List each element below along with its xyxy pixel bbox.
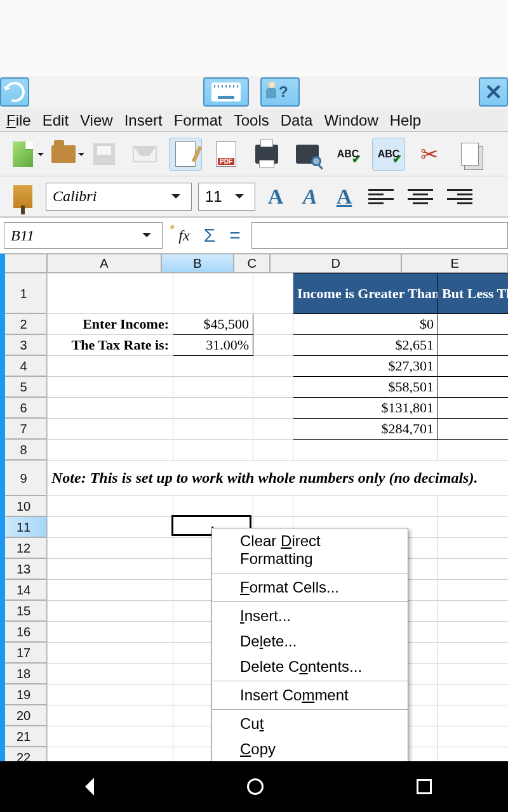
column-header-B[interactable]: B bbox=[161, 254, 234, 273]
cell-C1[interactable] bbox=[253, 273, 293, 314]
align-right-button[interactable] bbox=[443, 180, 476, 213]
cell-E8[interactable] bbox=[438, 440, 509, 461]
menu-window[interactable]: Window bbox=[324, 109, 378, 131]
cell-B5[interactable] bbox=[173, 377, 253, 398]
help-button[interactable]: ? bbox=[260, 77, 300, 107]
cell-D4[interactable]: $27,301 bbox=[293, 356, 438, 377]
cell-D2[interactable]: $0 bbox=[293, 314, 438, 335]
cell-A1[interactable] bbox=[48, 273, 173, 314]
cell-D7[interactable]: $284,701 bbox=[293, 419, 438, 440]
row-header-4[interactable]: 4 bbox=[0, 355, 47, 376]
nav-back-button[interactable] bbox=[76, 778, 94, 796]
cell-E12[interactable] bbox=[438, 538, 509, 559]
cell-C7[interactable] bbox=[253, 419, 293, 440]
cell-A11[interactable] bbox=[48, 517, 173, 538]
cell-A5[interactable] bbox=[48, 377, 173, 398]
new-document-button[interactable] bbox=[6, 138, 39, 171]
menu-edit[interactable]: Edit bbox=[43, 109, 69, 131]
cell-A22[interactable] bbox=[48, 747, 173, 762]
spellcheck-button[interactable]: ABC bbox=[331, 138, 364, 171]
cell-B7[interactable] bbox=[173, 419, 253, 440]
close-button[interactable]: ✕ bbox=[479, 77, 508, 107]
font-size-select[interactable]: 11 bbox=[198, 183, 255, 211]
cell-A3[interactable]: The Tax Rate is: bbox=[48, 335, 173, 356]
cell-A4[interactable] bbox=[48, 356, 173, 377]
function-wizard-button[interactable]: fx bbox=[171, 227, 197, 244]
column-headers[interactable]: ABCDE bbox=[47, 254, 508, 273]
column-header-A[interactable]: A bbox=[47, 254, 161, 273]
cell-D1[interactable]: Income is Greater Than or Equal To... bbox=[293, 273, 438, 314]
cell-D10[interactable] bbox=[293, 496, 438, 517]
ctx-delete-contents[interactable]: Delete Contents... bbox=[212, 654, 408, 679]
cell-A20[interactable] bbox=[48, 705, 173, 726]
cell-A13[interactable] bbox=[48, 559, 173, 580]
row-header-13[interactable]: 13 bbox=[0, 558, 47, 579]
row-header-17[interactable]: 17 bbox=[0, 642, 47, 663]
cell-E16[interactable] bbox=[438, 622, 509, 643]
save-button[interactable] bbox=[88, 138, 121, 171]
cell-B6[interactable] bbox=[173, 398, 253, 419]
cell-A17[interactable] bbox=[48, 643, 173, 664]
cut-button[interactable]: ✂ bbox=[413, 138, 446, 171]
cell-D8[interactable] bbox=[293, 440, 438, 461]
cell-B2[interactable]: $45,500 bbox=[173, 314, 253, 335]
cell-E13[interactable] bbox=[438, 559, 509, 580]
cell-E2[interactable]: $ bbox=[438, 314, 509, 335]
cell-E20[interactable] bbox=[438, 705, 509, 726]
cell-A12[interactable] bbox=[48, 538, 173, 559]
cell-E11[interactable] bbox=[438, 517, 509, 538]
cell-C3[interactable] bbox=[253, 335, 293, 356]
row-header-15[interactable]: 15 bbox=[0, 600, 47, 621]
formula-button[interactable]: = bbox=[222, 225, 248, 246]
row-header-21[interactable]: 21 bbox=[0, 726, 47, 747]
cell-C8[interactable] bbox=[253, 440, 293, 461]
cell-E21[interactable] bbox=[438, 726, 509, 747]
cell-E18[interactable] bbox=[438, 664, 509, 684]
cell-A21[interactable] bbox=[48, 726, 173, 747]
row-header-22[interactable]: 22 bbox=[0, 747, 47, 761]
auto-spellcheck-button[interactable]: ABC bbox=[372, 138, 405, 171]
ctx-insert-comment[interactable]: Insert Comment bbox=[212, 683, 408, 708]
row-header-19[interactable]: 19 bbox=[0, 684, 47, 705]
menu-tools[interactable]: Tools bbox=[234, 109, 269, 131]
cell-C2[interactable] bbox=[253, 314, 293, 335]
cell-C4[interactable] bbox=[253, 356, 293, 377]
row-header-11[interactable]: 11 bbox=[0, 516, 47, 537]
ctx-copy[interactable]: Copy bbox=[212, 737, 408, 761]
cell-A14[interactable] bbox=[48, 580, 173, 601]
cell-E5[interactable]: $13 bbox=[438, 377, 509, 398]
sum-button[interactable]: Σ bbox=[197, 225, 222, 246]
column-header-D[interactable]: D bbox=[270, 254, 401, 273]
cell-E19[interactable] bbox=[438, 684, 509, 705]
ctx-cut[interactable]: Cut bbox=[212, 711, 408, 737]
ctx-delete[interactable]: Delete... bbox=[212, 629, 408, 654]
cell-A6[interactable] bbox=[48, 398, 173, 419]
menu-view[interactable]: View bbox=[80, 109, 113, 131]
cell-E15[interactable] bbox=[438, 601, 509, 622]
underline-button[interactable]: A bbox=[330, 183, 358, 211]
cell-C5[interactable] bbox=[253, 377, 293, 398]
cell-B10[interactable] bbox=[173, 496, 253, 517]
menu-data[interactable]: Data bbox=[281, 109, 313, 131]
cell-B1[interactable] bbox=[173, 273, 253, 314]
align-left-button[interactable] bbox=[364, 180, 398, 213]
row-header-9[interactable]: 9 bbox=[0, 460, 47, 495]
font-name-select[interactable]: Calibri bbox=[46, 183, 192, 211]
row-header-5[interactable]: 5 bbox=[0, 376, 47, 397]
ctx-format-cells[interactable]: Format Cells... bbox=[212, 575, 408, 600]
email-button[interactable] bbox=[128, 138, 161, 171]
ctx-clear-direct-formatting[interactable]: Clear Direct Formatting bbox=[212, 528, 408, 572]
keyboard-button[interactable] bbox=[203, 77, 249, 107]
column-header-C[interactable]: C bbox=[234, 254, 270, 273]
cell-C10[interactable] bbox=[253, 496, 293, 517]
row-header-8[interactable]: 8 bbox=[0, 439, 47, 460]
cell-E6[interactable]: $28 bbox=[438, 398, 509, 419]
row-header-7[interactable]: 7 bbox=[0, 418, 47, 439]
cell-E10[interactable] bbox=[438, 496, 509, 517]
cell-E4[interactable]: $5 bbox=[438, 356, 509, 377]
select-all-corner[interactable] bbox=[0, 254, 47, 273]
print-preview-button[interactable] bbox=[291, 138, 324, 171]
row-header-10[interactable]: 10 bbox=[0, 495, 47, 516]
cell-A2[interactable]: Enter Income: bbox=[48, 314, 173, 335]
cell-A15[interactable] bbox=[48, 601, 173, 622]
